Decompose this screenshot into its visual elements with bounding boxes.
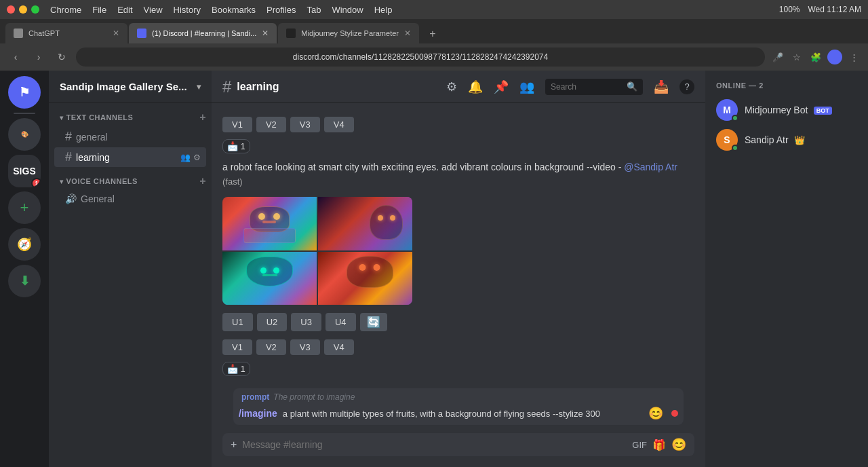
menu-view[interactable]: View: [144, 5, 163, 15]
extensions-icon[interactable]: 🧩: [808, 50, 823, 64]
tab-chatgpt-close[interactable]: ✕: [113, 29, 119, 38]
inbox-icon[interactable]: 📥: [654, 79, 669, 94]
v4-button-bottom[interactable]: V4: [324, 339, 354, 355]
browser-icons: 🎤 ☆ 🧩 ⋮: [770, 50, 861, 64]
tab-discord-label: (1) Discord | #learning | Sandi...: [152, 29, 256, 37]
add-voice-channel-button[interactable]: +: [199, 175, 206, 187]
record-button[interactable]: [671, 410, 678, 417]
download-button[interactable]: ⬇: [8, 265, 41, 297]
emoji-picker-icon[interactable]: 😊: [671, 437, 686, 452]
robot-face-4: [318, 252, 412, 305]
menu-profiles[interactable]: Profiles: [267, 5, 296, 15]
profile-icon[interactable]: [827, 50, 842, 64]
channel-header-name: learning: [237, 81, 279, 93]
url-bar-row: ‹ › ↻ 🎤 ☆ 🧩 ⋮: [0, 43, 868, 71]
search-box[interactable]: 🔍: [545, 79, 643, 95]
crown-icon: 👑: [794, 135, 805, 145]
plus-icon[interactable]: +: [231, 438, 237, 451]
menu-bookmarks[interactable]: Bookmarks: [212, 5, 256, 15]
reload-button[interactable]: ↻: [53, 48, 71, 66]
text-channels-section[interactable]: ▾ TEXT CHANNELS +: [49, 109, 212, 126]
tab-chatgpt[interactable]: ChatGPT ✕: [5, 23, 127, 43]
maximize-button[interactable]: [31, 5, 39, 14]
menu-help[interactable]: Help: [374, 5, 393, 15]
menu-edit[interactable]: Edit: [117, 5, 132, 15]
prompt-input-text[interactable]: a plant with multiple types of fruits, w…: [283, 409, 643, 419]
person-icon: 👥: [180, 153, 191, 162]
gear-icon[interactable]: ⚙: [193, 153, 201, 162]
voice-collapse-icon: ▾: [60, 178, 64, 185]
v3-button-bottom[interactable]: V3: [290, 339, 320, 355]
menu-icon[interactable]: ⋮: [846, 50, 861, 64]
people-icon[interactable]: 👥: [519, 79, 534, 94]
v1-button-bottom[interactable]: V1: [222, 339, 252, 355]
menu-history[interactable]: History: [174, 5, 201, 15]
home-server-icon[interactable]: ⚑: [8, 76, 41, 109]
sticker-icon[interactable]: 🎁: [652, 438, 666, 451]
mic-icon[interactable]: 🎤: [770, 50, 785, 64]
bookmark-icon[interactable]: ☆: [789, 50, 804, 64]
server-list: ⚑ 🎨 SIGS 1 + 🧭 ⬇: [0, 71, 49, 467]
reaction-button-2[interactable]: 📩 1: [222, 362, 250, 376]
tab-midjourney-close[interactable]: ✕: [404, 29, 411, 38]
members-icon[interactable]: ⚙: [446, 79, 457, 94]
server-name-header[interactable]: Sandip Image Gallery Se... ▾: [49, 71, 212, 103]
discover-server-button[interactable]: 🧭: [8, 228, 41, 261]
url-input[interactable]: [76, 48, 765, 67]
menu-window[interactable]: Window: [332, 5, 363, 15]
help-icon[interactable]: ?: [679, 79, 694, 94]
tab-discord-close[interactable]: ✕: [262, 29, 269, 38]
voice-channel-general[interactable]: 🔊 General: [54, 191, 206, 207]
menu-file[interactable]: File: [92, 5, 106, 15]
close-button[interactable]: [7, 5, 15, 14]
u2-button[interactable]: U2: [257, 313, 288, 331]
sandip-avatar: S: [716, 129, 738, 151]
search-input[interactable]: [551, 82, 624, 92]
members-sidebar: ONLINE — 2 M Midjourney Bot BOT S Sandip…: [705, 71, 868, 467]
hash-icon: #: [65, 130, 72, 144]
mac-titlebar: Chrome File Edit View History Bookmarks …: [0, 0, 868, 19]
menu-chrome[interactable]: Chrome: [50, 5, 81, 15]
message-input[interactable]: [242, 439, 627, 450]
u3-button[interactable]: U3: [291, 313, 321, 331]
menu-tab[interactable]: Tab: [307, 5, 321, 15]
member-item-sandip[interactable]: S Sandip Atr 👑: [711, 125, 863, 155]
server-icon-1[interactable]: 🎨: [8, 118, 41, 151]
refresh-button[interactable]: 🔄: [360, 313, 387, 331]
channel-item-learning[interactable]: # learning 👥 ⚙: [54, 147, 206, 167]
mac-window-controls: [7, 5, 39, 14]
prompt-bar: prompt The prompt to imagine /imagine a …: [233, 388, 684, 425]
gif-icon[interactable]: GIF: [632, 440, 647, 450]
voice-channels-section[interactable]: ▾ VOICE CHANNELS +: [49, 172, 212, 190]
browser-chrome: ChatGPT ✕ (1) Discord | #learning | Sand…: [0, 19, 868, 71]
reaction-button-1[interactable]: 📩 1: [222, 139, 250, 153]
v2-button-top[interactable]: V2: [256, 117, 286, 132]
mention-text[interactable]: @Sandip Atr: [624, 162, 677, 172]
chatgpt-favicon: [14, 29, 23, 38]
v2-button-bottom[interactable]: V2: [256, 339, 286, 355]
channels-container: ▾ TEXT CHANNELS + # general # learning 👥…: [49, 103, 212, 467]
tab-discord[interactable]: (1) Discord | #learning | Sandi... ✕: [129, 23, 277, 43]
server-divider: [14, 113, 35, 114]
u4-button[interactable]: U4: [326, 313, 356, 331]
v1-button-top[interactable]: V1: [222, 117, 252, 132]
bottom-input-container: + GIF 🎁 😊: [222, 433, 694, 456]
add-text-channel-button[interactable]: +: [199, 111, 206, 124]
generated-image-grid[interactable]: [222, 197, 412, 305]
search-icon: 🔍: [627, 81, 637, 92]
new-tab-button[interactable]: +: [423, 24, 442, 43]
forward-button[interactable]: ›: [30, 48, 47, 66]
channel-item-general[interactable]: # general: [54, 127, 206, 147]
add-server-button[interactable]: +: [8, 191, 41, 224]
tab-midjourney[interactable]: Midjourney Stylize Parameter ✕: [278, 23, 419, 43]
v3-button-top[interactable]: V3: [290, 117, 320, 132]
u1-button[interactable]: U1: [222, 313, 253, 331]
back-button[interactable]: ‹: [7, 48, 24, 66]
minimize-button[interactable]: [19, 5, 27, 14]
member-item-midjourney[interactable]: M Midjourney Bot BOT: [711, 95, 863, 125]
pin-icon[interactable]: 📌: [494, 79, 509, 94]
emoji-button[interactable]: 😊: [648, 406, 663, 421]
server-icon-2[interactable]: SIGS 1: [8, 155, 41, 187]
v4-button-top[interactable]: V4: [324, 117, 354, 132]
bell-icon[interactable]: 🔔: [468, 79, 483, 94]
